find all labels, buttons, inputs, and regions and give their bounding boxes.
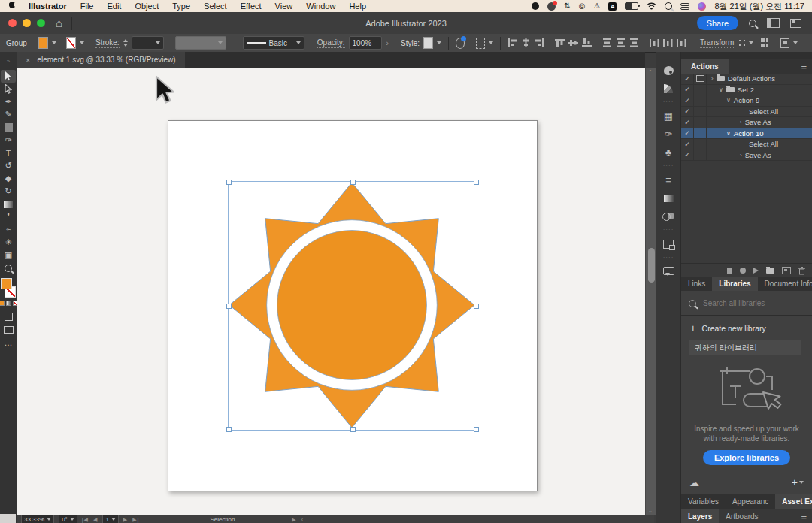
siri-icon[interactable] [698, 2, 706, 11]
menu-effect[interactable]: Effect [234, 2, 268, 11]
edit-toolbar-icon[interactable]: … [1, 336, 16, 349]
previous-artboard-button[interactable]: ◀ [93, 515, 98, 523]
tab-document-info[interactable]: Document Info [758, 277, 812, 291]
transform-caret[interactable] [749, 41, 753, 44]
isolate-caret[interactable] [793, 41, 798, 44]
menu-edit[interactable]: Edit [100, 2, 128, 11]
action-row-action-10-selected[interactable]: ✓ ∨ Action 10 [681, 128, 812, 140]
brush-definition-dropdown[interactable]: Basic [243, 36, 305, 50]
align-vertical-center-icon[interactable] [568, 38, 578, 47]
menu-help[interactable]: Help [342, 2, 373, 11]
handle-top-left[interactable] [226, 180, 232, 185]
eyedropper-tool[interactable]: ❜ [1, 210, 16, 223]
wifi-icon[interactable] [647, 2, 656, 10]
current-tool-status[interactable]: Selection [210, 515, 235, 523]
actions-panel-menu-icon[interactable]: ≡ [801, 59, 812, 74]
fill-dropdown-caret[interactable] [52, 41, 56, 44]
menu-window[interactable]: Window [299, 2, 342, 11]
dialog-toggle[interactable] [694, 85, 707, 95]
dialog-toggle[interactable] [694, 150, 707, 161]
dock-group-handle[interactable] [663, 55, 674, 58]
dialog-toggle[interactable] [694, 117, 707, 128]
tab-variables[interactable]: Variables [681, 494, 726, 509]
stroke-weight-label[interactable]: Stroke: [95, 38, 120, 48]
distribute-horizontal-center-icon[interactable] [663, 38, 673, 47]
arrange-documents-icon[interactable] [767, 18, 780, 28]
sync-arrows-icon[interactable]: ⇅ [564, 2, 570, 10]
preferences-icon[interactable] [761, 38, 768, 47]
battery-icon[interactable] [625, 2, 638, 10]
symbol-sprayer-tool[interactable]: ✳ [1, 236, 16, 249]
handle-top-center[interactable] [350, 180, 356, 185]
minimize-window-button[interactable] [23, 19, 31, 27]
color-mode-color[interactable] [0, 301, 5, 306]
action-row-save-as[interactable]: ✓ › Save As [681, 117, 812, 128]
toggle-item-check[interactable]: ✓ [681, 85, 694, 95]
variable-width-profile-dropdown[interactable] [175, 36, 227, 50]
shaper-tool[interactable]: ≈ [1, 223, 16, 236]
handle-bottom-right[interactable] [474, 427, 479, 432]
menu-object[interactable]: Object [128, 2, 165, 11]
reference-point-icon[interactable] [738, 38, 745, 47]
stroke-weight-field[interactable] [132, 36, 164, 50]
new-action-icon[interactable] [782, 267, 791, 274]
first-artboard-button[interactable]: |◀ [82, 515, 89, 523]
toggle-item-check[interactable]: ✓ [681, 150, 694, 161]
menu-select[interactable]: Select [197, 2, 234, 11]
action-row-select-all[interactable]: ✓ Select All [681, 107, 812, 118]
distribute-top-icon[interactable] [602, 38, 612, 47]
toggle-item-check[interactable]: ✓ [681, 95, 694, 106]
library-search-input[interactable] [701, 298, 795, 308]
action-row-action-9[interactable]: ✓ ∨ Action 9 [681, 95, 812, 107]
tab-layers[interactable]: Layers [681, 509, 719, 523]
select-similar-icon[interactable] [476, 38, 485, 49]
dialog-toggle[interactable] [694, 95, 707, 106]
distribute-bottom-icon[interactable] [629, 38, 639, 47]
expand-icon[interactable]: ∨ [719, 86, 723, 93]
symbols-panel-icon[interactable]: ♣ [662, 147, 675, 158]
zoom-level-field[interactable]: 33.33% [21, 515, 54, 523]
pen-tool[interactable]: ✒ [1, 95, 16, 108]
input-source-icon[interactable]: A [608, 2, 617, 11]
cloud-sync-icon[interactable]: ☁ [689, 477, 699, 488]
color-guide-panel-icon[interactable] [662, 83, 675, 94]
create-new-library-button[interactable]: + Create new library [690, 324, 803, 333]
library-search[interactable] [689, 298, 804, 312]
rotation-field[interactable]: 0° [59, 515, 77, 523]
toggle-item-check[interactable]: ✓ [681, 74, 694, 84]
tab-actions[interactable]: Actions [681, 59, 729, 74]
fill-indicator[interactable] [1, 278, 12, 289]
tab-links[interactable]: Links [681, 277, 712, 291]
search-icon[interactable] [749, 20, 756, 27]
action-row-save-as-2[interactable]: ✓ › Save As [681, 150, 812, 162]
dialog-toggle[interactable] [694, 107, 707, 117]
add-content-button[interactable]: + [792, 476, 804, 488]
control-center-icon[interactable] [680, 3, 689, 10]
align-bottom-icon[interactable] [582, 38, 592, 47]
expand-icon[interactable]: › [711, 75, 714, 82]
handle-bottom-left[interactable] [226, 427, 232, 432]
creative-cloud-icon[interactable]: ◎ [579, 2, 586, 10]
handle-middle-left[interactable] [226, 304, 232, 309]
align-right-icon[interactable] [535, 38, 544, 47]
stop-recording-icon[interactable] [727, 268, 732, 274]
record-icon[interactable] [740, 268, 746, 274]
expand-icon[interactable]: › [740, 152, 742, 159]
action-row-select-all-2[interactable]: ✓ Select All [681, 139, 812, 150]
menu-bar-clock[interactable]: 8월 21일 (월) 오전 11:17 [714, 1, 804, 12]
select-similar-caret[interactable] [489, 41, 493, 44]
workspace-switcher-icon[interactable] [790, 19, 801, 28]
menu-illustrator[interactable]: Illustrator [22, 2, 74, 11]
selection-bounding-box[interactable] [228, 181, 477, 431]
document-tab[interactable]: × element 1.svg @ 33.33 % (RGB/Preview) [17, 52, 185, 68]
action-row-default-actions[interactable]: ✓ › Default Actions [681, 74, 812, 85]
last-artboard-button[interactable]: ▶| [132, 515, 139, 523]
color-mode-gradient[interactable] [6, 301, 11, 306]
swatches-panel-icon[interactable]: ▦ [662, 110, 675, 122]
handle-top-right[interactable] [474, 180, 479, 185]
rectangle-tool[interactable] [1, 121, 16, 134]
notification-app-icon[interactable] [547, 2, 556, 11]
align-left-icon[interactable] [508, 38, 517, 47]
library-name-field[interactable] [689, 340, 801, 355]
expand-icon[interactable]: › [740, 119, 742, 125]
